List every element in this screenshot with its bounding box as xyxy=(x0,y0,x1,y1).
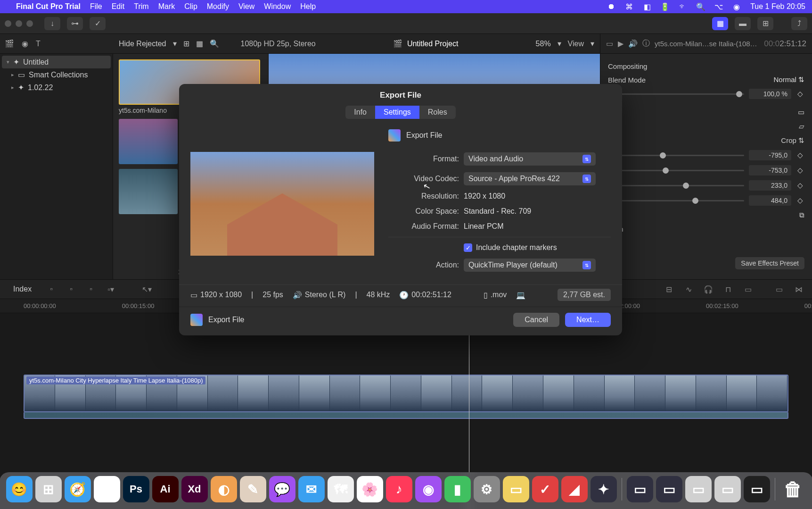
param-slider[interactable] xyxy=(608,155,744,156)
import-button[interactable]: ↓ xyxy=(44,17,60,30)
menu-file[interactable]: File xyxy=(90,2,102,11)
dock-minimized-window[interactable]: ▭ xyxy=(685,476,712,502)
dock-app-numbers[interactable]: ▮ xyxy=(444,476,471,502)
titles-source-icon[interactable]: T xyxy=(36,40,41,48)
param-slider[interactable] xyxy=(608,200,744,201)
dock-minimized-window[interactable]: ▭ xyxy=(744,476,770,502)
blend-mode-popup[interactable]: Normal ⇅ xyxy=(773,75,804,84)
timeline-index-button[interactable]: Index xyxy=(7,283,38,295)
param-value[interactable]: 233,0 xyxy=(749,180,791,191)
param-slider[interactable] xyxy=(608,185,744,186)
param-value[interactable]: -753,0 xyxy=(749,165,791,175)
menu-trim[interactable]: Trim xyxy=(134,2,148,11)
param-value[interactable]: 484,0 xyxy=(749,195,791,206)
dock-minimized-window[interactable]: ▭ xyxy=(714,476,741,502)
compositing-section[interactable]: Compositing xyxy=(608,62,647,70)
dock-app-safari[interactable]: 🧭 xyxy=(65,476,91,502)
library-item[interactable]: ▾✦Untitled xyxy=(2,56,111,68)
video-inspector-icon[interactable]: ▭ xyxy=(606,39,613,48)
dock-app-anydesk[interactable]: ◢ xyxy=(561,476,588,502)
effects-browser-icon[interactable]: ▭ xyxy=(772,284,786,295)
keyword-button[interactable]: ⊶ xyxy=(67,17,83,30)
smart-collections-item[interactable]: ▸▭Smart Collections xyxy=(0,68,113,81)
event-item[interactable]: ▸✦1.02.22 xyxy=(0,81,113,94)
creative-cloud-icon[interactable]: ⌘ xyxy=(625,2,633,11)
transform-onscreen-icon[interactable]: ▭ xyxy=(798,108,804,117)
dock[interactable]: 😊⊞🧭◉PsAiXd◐✎💬✉🗺🌸♪◉▮⚙▭✓◢✦ ▭ ▭ ▭ ▭ ▭ 🗑 xyxy=(0,472,812,509)
dock-app-settings[interactable]: ⚙ xyxy=(474,476,500,502)
opacity-value[interactable]: 100,0 % xyxy=(749,89,791,99)
menu-modify[interactable]: Modify xyxy=(207,2,229,11)
tab-settings[interactable]: Settings xyxy=(375,106,419,119)
siri-icon[interactable]: ◉ xyxy=(732,2,741,11)
tab-info[interactable]: Info xyxy=(345,106,375,119)
dock-app-app1[interactable]: ✎ xyxy=(240,476,266,502)
menu-edit[interactable]: Edit xyxy=(112,2,125,11)
dock-app-photoshop[interactable]: Ps xyxy=(123,476,149,502)
dock-app-todoist[interactable]: ✓ xyxy=(532,476,558,502)
dock-app-chrome[interactable]: ◉ xyxy=(94,476,120,502)
menu-view[interactable]: View xyxy=(238,2,254,11)
menu-window[interactable]: Window xyxy=(264,2,291,11)
crop-onscreen-icon[interactable]: ⧉ xyxy=(799,211,804,219)
info-inspector-icon[interactable]: ⓘ xyxy=(642,39,650,49)
dock-app-maps[interactable]: 🗺 xyxy=(328,476,354,502)
dock-app-illustrator[interactable]: Ai xyxy=(152,476,179,502)
transitions-browser-icon[interactable]: ⋈ xyxy=(792,284,805,295)
clip-thumbnail[interactable] xyxy=(119,119,178,164)
browser-layout-button[interactable]: ▦ xyxy=(712,17,728,30)
menubar-clock[interactable]: Tue 1 Feb 20:05 xyxy=(750,2,805,11)
format-popup[interactable]: Video and Audio⇅ xyxy=(464,152,596,166)
clip-thumbnail[interactable] xyxy=(119,169,178,214)
overwrite-clip-icon[interactable]: ▫▾ xyxy=(104,284,117,295)
append-clip-icon[interactable]: ▫ xyxy=(84,284,98,295)
grid-view-icon[interactable]: ▦ xyxy=(196,39,203,48)
dock-app-messenger[interactable]: 💬 xyxy=(269,476,295,502)
wifi-icon[interactable]: ᯤ xyxy=(679,2,687,11)
dock-app-photos[interactable]: 🌸 xyxy=(357,476,383,502)
dock-app-finalcut[interactable]: ✦ xyxy=(591,476,617,502)
dock-app-podcasts[interactable]: ◉ xyxy=(415,476,442,502)
tab-roles[interactable]: Roles xyxy=(419,106,456,119)
distort-onscreen-icon[interactable]: ▱ xyxy=(799,122,804,131)
insert-clip-icon[interactable]: ▫ xyxy=(65,284,78,295)
timeline-layout-button[interactable]: ▬ xyxy=(735,17,751,30)
photos-source-icon[interactable]: ◉ xyxy=(22,39,28,48)
inspector-layout-button[interactable]: ⊞ xyxy=(757,17,773,30)
app-menu[interactable]: Final Cut Pro Trial xyxy=(16,2,81,11)
menu-mark[interactable]: Mark xyxy=(158,2,175,11)
timeline-audio[interactable] xyxy=(24,412,788,419)
traffic-lights[interactable] xyxy=(5,20,33,27)
control-center-icon[interactable]: ⌥ xyxy=(714,2,723,11)
dock-app-music[interactable]: ♪ xyxy=(386,476,412,502)
action-popup[interactable]: QuickTime Player (default)⇅ xyxy=(464,259,596,272)
view-popup[interactable]: View xyxy=(568,40,584,48)
dock-app-finder[interactable]: 😊 xyxy=(6,476,33,502)
filter-popup[interactable]: Hide Rejected xyxy=(119,40,166,48)
param-slider[interactable] xyxy=(608,170,744,171)
record-icon[interactable]: ⏺ xyxy=(607,2,615,11)
trash-icon[interactable]: 🗑 xyxy=(780,476,806,502)
menu-clip[interactable]: Clip xyxy=(184,2,197,11)
audio-inspector-icon[interactable]: 🔊 xyxy=(628,39,638,48)
dock-app-xd[interactable]: Xd xyxy=(181,476,208,502)
chapter-markers-checkbox[interactable]: ✓Include chapter markers xyxy=(464,243,557,252)
color-inspector-icon[interactable]: ▶ xyxy=(618,39,623,48)
status-icon[interactable]: ◧ xyxy=(643,2,651,11)
battery-icon[interactable]: 🔋 xyxy=(661,2,669,11)
zoom-popup[interactable]: 58% xyxy=(536,40,551,48)
dock-app-notes[interactable]: ▭ xyxy=(503,476,529,502)
clip-appearance-icon[interactable]: ▭ xyxy=(741,284,755,295)
next-button[interactable]: Next… xyxy=(565,313,611,327)
clip-appearance-icon[interactable]: ⊞ xyxy=(183,39,189,48)
dock-minimized-window[interactable]: ▭ xyxy=(656,476,682,502)
connect-clip-icon[interactable]: ▫ xyxy=(45,284,58,295)
timeline-clip[interactable]: yt5s.com-Milano City Hyperlapse Italy Ti… xyxy=(24,375,788,412)
spotlight-icon[interactable]: 🔍 xyxy=(697,2,705,11)
opacity-slider[interactable] xyxy=(608,93,744,95)
audio-skimming-icon[interactable]: ∿ xyxy=(682,284,695,295)
select-tool-icon[interactable]: ↖▾ xyxy=(140,284,153,295)
param-value[interactable]: -795,0 xyxy=(749,150,791,160)
crop-section[interactable]: Crop ⇅ xyxy=(781,136,804,145)
cancel-button[interactable]: Cancel xyxy=(513,313,559,327)
